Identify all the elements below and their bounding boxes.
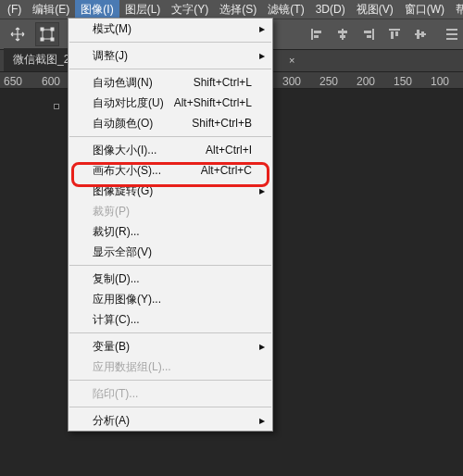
menu-0[interactable]: (F): [2, 1, 27, 18]
menu-item: 陷印(T)...: [69, 383, 272, 404]
svg-rect-3: [41, 38, 44, 41]
menu-item[interactable]: 画布大小(S)...Alt+Ctrl+C: [69, 160, 272, 181]
menu-item-label: 画布大小(S)...: [93, 163, 161, 179]
submenu-arrow-icon: ▶: [259, 187, 265, 195]
svg-rect-11: [372, 29, 374, 40]
menu-item-label: 陷印(T)...: [93, 386, 138, 402]
svg-rect-6: [314, 31, 321, 33]
menu-separator: [69, 407, 271, 407]
menu-item[interactable]: 图像旋转(G)▶: [69, 181, 272, 201]
menu-shortcut: Alt+Ctrl+I: [206, 144, 252, 157]
menu-shortcut: Shift+Ctrl+L: [194, 76, 252, 89]
svg-rect-13: [367, 35, 371, 38]
menu-item-label: 应用数据组(L)...: [93, 359, 171, 375]
menu-shortcut: Alt+Shift+Ctrl+L: [174, 96, 252, 109]
menu-item: 裁剪(P): [69, 201, 272, 221]
menu-item-label: 显示全部(V): [93, 244, 152, 260]
svg-rect-17: [415, 33, 426, 35]
menu-item[interactable]: 应用图像(Y)...: [69, 289, 272, 309]
menu-item[interactable]: 调整(J)▶: [69, 45, 272, 66]
menu-1[interactable]: 编辑(E): [27, 0, 75, 19]
menu-item[interactable]: 显示全部(V): [69, 242, 272, 262]
menu-item[interactable]: 变量(B)▶: [69, 336, 272, 357]
menu-item-label: 自动颜色(O): [93, 116, 153, 132]
tab-close-icon[interactable]: ×: [289, 55, 294, 66]
ruler-tick: 650: [4, 75, 22, 88]
menu-separator: [69, 380, 271, 381]
svg-rect-18: [417, 30, 419, 39]
ruler-tick: 300: [282, 75, 301, 88]
menu-10[interactable]: 帮助: [450, 0, 463, 19]
distribute-icon[interactable]: [441, 23, 463, 45]
svg-rect-9: [338, 31, 347, 33]
menu-shortcut: Alt+Ctrl+C: [201, 164, 252, 177]
svg-rect-20: [446, 29, 457, 31]
menu-9[interactable]: 窗口(W): [399, 0, 450, 19]
menu-3[interactable]: 图层(L): [119, 0, 167, 19]
svg-rect-12: [364, 31, 371, 33]
svg-rect-5: [311, 29, 313, 40]
move-tool-icon[interactable]: [6, 22, 30, 46]
menu-separator: [69, 69, 271, 69]
menu-item-label: 裁切(R)...: [93, 224, 140, 240]
align-top-icon[interactable]: [383, 23, 406, 45]
menu-7[interactable]: 3D(D): [310, 1, 351, 18]
svg-rect-16: [395, 31, 398, 36]
menu-item-label: 计算(C)...: [93, 312, 140, 328]
anchor-handle[interactable]: [54, 104, 59, 109]
menu-item-label: 裁剪(P): [93, 204, 130, 219]
menu-separator: [69, 332, 271, 333]
align-group: [306, 23, 463, 45]
ruler-tick: 600: [42, 75, 60, 88]
image-menu-dropdown: 模式(M)▶调整(J)▶自动色调(N)Shift+Ctrl+L自动对比度(U)A…: [68, 18, 273, 432]
menu-item-label: 图像大小(I)...: [93, 143, 156, 158]
menu-item[interactable]: 图像大小(I)...Alt+Ctrl+I: [69, 140, 272, 160]
menu-item-label: 自动对比度(U): [93, 95, 164, 111]
menu-6[interactable]: 滤镜(T): [262, 0, 309, 19]
ruler-tick: 100: [431, 75, 449, 88]
menu-item[interactable]: 自动颜色(O)Shift+Ctrl+B: [69, 113, 272, 133]
menu-5[interactable]: 选择(S): [214, 0, 262, 19]
menu-item[interactable]: 自动对比度(U)Alt+Shift+Ctrl+L: [69, 93, 272, 113]
menu-separator: [69, 42, 271, 43]
svg-rect-10: [340, 35, 345, 38]
menu-item-label: 应用图像(Y)...: [93, 292, 161, 307]
menu-4[interactable]: 文字(Y): [166, 0, 214, 19]
svg-rect-7: [314, 35, 319, 38]
menu-item-label: 调整(J): [93, 48, 128, 64]
svg-rect-21: [446, 33, 457, 35]
align-center-h-icon[interactable]: [332, 23, 354, 45]
menu-8[interactable]: 视图(V): [351, 0, 399, 19]
menu-separator: [69, 265, 271, 266]
menu-item-label: 模式(M): [93, 21, 131, 37]
menu-shortcut: Shift+Ctrl+B: [192, 117, 252, 130]
svg-rect-8: [342, 29, 344, 40]
align-right-icon[interactable]: [357, 23, 380, 45]
menu-item: 应用数据组(L)...: [69, 357, 272, 377]
menu-item[interactable]: 裁切(R)...: [69, 221, 272, 242]
align-left-icon[interactable]: [306, 23, 328, 45]
svg-rect-14: [389, 29, 400, 31]
submenu-arrow-icon: ▶: [259, 343, 265, 351]
menu-separator: [69, 136, 271, 137]
submenu-arrow-icon: ▶: [259, 52, 265, 60]
menu-item-label: 自动色调(N): [93, 75, 153, 91]
menu-2[interactable]: 图像(I): [75, 0, 119, 19]
ruler-tick: 250: [319, 75, 338, 88]
menu-item[interactable]: 分析(A)▶: [69, 410, 272, 431]
menu-item[interactable]: 复制(D)...: [69, 269, 272, 289]
align-middle-icon[interactable]: [409, 23, 432, 45]
menu-item-label: 分析(A): [93, 413, 130, 429]
menu-item[interactable]: 自动色调(N)Shift+Ctrl+L: [69, 72, 272, 93]
transform-controls-icon[interactable]: [35, 22, 59, 46]
submenu-arrow-icon: ▶: [259, 417, 265, 425]
menu-item[interactable]: 计算(C)...: [69, 309, 272, 330]
menu-item[interactable]: 模式(M)▶: [69, 19, 272, 39]
menu-item-label: 变量(B): [93, 339, 130, 355]
svg-rect-2: [51, 28, 54, 31]
svg-rect-19: [421, 31, 424, 37]
svg-rect-22: [446, 38, 457, 40]
ruler-tick: 150: [394, 75, 412, 88]
svg-rect-1: [41, 28, 44, 31]
svg-rect-4: [51, 38, 54, 41]
